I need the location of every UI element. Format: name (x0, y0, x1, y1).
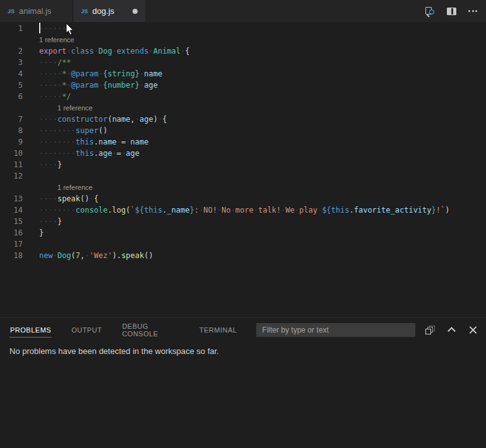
codelens-reference[interactable]: 1 reference (0, 102, 486, 114)
line-number: 16 (0, 227, 23, 239)
line-number: 15 (0, 216, 23, 227)
code-line[interactable]: 4·····*·@param·{string}·name (0, 68, 486, 80)
codelens-reference[interactable]: 1 reference (0, 34, 486, 45)
code-line[interactable]: 3····/** (0, 57, 486, 68)
panel-body: No problems have been detected in the wo… (0, 341, 486, 361)
close-icon (469, 326, 477, 334)
line-number: 1 (0, 23, 23, 34)
line-number: 5 (0, 80, 23, 91)
tab-dog-js[interactable]: JS dog.js (73, 0, 145, 22)
code-line[interactable]: 6·····*/ (0, 91, 486, 102)
tab-animal-js[interactable]: JS animal.js (0, 0, 73, 22)
code-line[interactable]: 1······ (0, 23, 486, 34)
split-editor-icon (447, 8, 456, 15)
chevron-up-icon (447, 327, 456, 335)
code-line[interactable]: 18new·Dog(7,·'Wez').speak() (0, 250, 486, 261)
code-line[interactable]: 5·····*·@param·{number}·age (0, 80, 486, 91)
code-line[interactable]: 8········super() (0, 125, 486, 136)
code-line[interactable]: 2export·class·Dog·extends·Animal·{ (0, 45, 486, 57)
code-lines: 1······1 reference2export·class·Dog·exte… (0, 23, 486, 261)
problems-empty-message: No problems have been detected in the wo… (9, 346, 219, 356)
code-editor[interactable]: 1······1 reference2export·class·Dog·exte… (0, 22, 486, 317)
line-number: 17 (0, 239, 23, 250)
tab-label: animal.js (19, 6, 51, 16)
open-preview-button[interactable] (424, 6, 436, 17)
code-line[interactable]: 10········this.age·=·age (0, 148, 486, 159)
panel-tab-debug-console[interactable]: DEBUG CONSOLE (121, 318, 179, 341)
maximize-panel-button[interactable] (446, 324, 457, 335)
bottom-panel: PROBLEMS OUTPUT DEBUG CONSOLE TERMINAL N… (0, 317, 486, 448)
line-number: 12 (0, 170, 23, 182)
vscode-window: JS animal.js JS dog.js 1······1 referenc… (0, 0, 486, 448)
code-line[interactable]: 12 (0, 170, 486, 182)
line-number: 14 (0, 204, 23, 216)
js-file-icon: JS (8, 8, 15, 15)
line-number: 8 (0, 125, 23, 136)
code-line[interactable]: 17 (0, 239, 486, 250)
code-line[interactable]: 11····} (0, 159, 486, 170)
code-line[interactable]: 14········console.log(`${this._name}:·NO… (0, 204, 486, 216)
panel-tab-output[interactable]: OUTPUT (71, 322, 102, 338)
problems-filter-input[interactable] (256, 323, 415, 337)
code-line[interactable]: 15····} (0, 216, 486, 227)
modified-dot-icon[interactable] (133, 9, 138, 14)
code-line[interactable]: 9········this.name·=·name (0, 136, 486, 148)
ellipsis-icon (468, 10, 477, 12)
code-line[interactable]: 16} (0, 227, 486, 239)
line-number: 9 (0, 136, 23, 148)
line-number: 4 (0, 68, 23, 80)
line-number: 11 (0, 159, 23, 170)
line-number: 13 (0, 193, 23, 204)
code-line[interactable]: 13····speak()·{ (0, 193, 486, 204)
panel-tab-problems[interactable]: PROBLEMS (9, 322, 52, 338)
more-actions-button[interactable] (467, 6, 478, 17)
line-number: 10 (0, 148, 23, 159)
line-number: 18 (0, 250, 23, 261)
collapse-all-button[interactable] (425, 324, 436, 335)
text-cursor (39, 23, 40, 33)
line-number: 7 (0, 114, 23, 125)
line-number: 6 (0, 91, 23, 102)
code-line[interactable]: 7····constructor(name,·age)·{ (0, 114, 486, 125)
editor-actions (424, 0, 486, 22)
codelens-reference[interactable]: 1 reference (0, 182, 486, 193)
close-panel-button[interactable] (468, 324, 478, 335)
tab-label: dog.js (92, 6, 114, 16)
editor-tab-bar: JS animal.js JS dog.js (0, 0, 486, 22)
collapse-all-icon (425, 326, 435, 334)
line-number: 3 (0, 57, 23, 68)
panel-actions (425, 324, 481, 335)
open-preview-icon (425, 6, 435, 16)
panel-header: PROBLEMS OUTPUT DEBUG CONSOLE TERMINAL (0, 318, 486, 341)
js-file-icon: JS (81, 8, 88, 15)
split-editor-button[interactable] (446, 6, 457, 17)
line-number: 2 (0, 45, 23, 57)
panel-tab-terminal[interactable]: TERMINAL (199, 322, 238, 338)
